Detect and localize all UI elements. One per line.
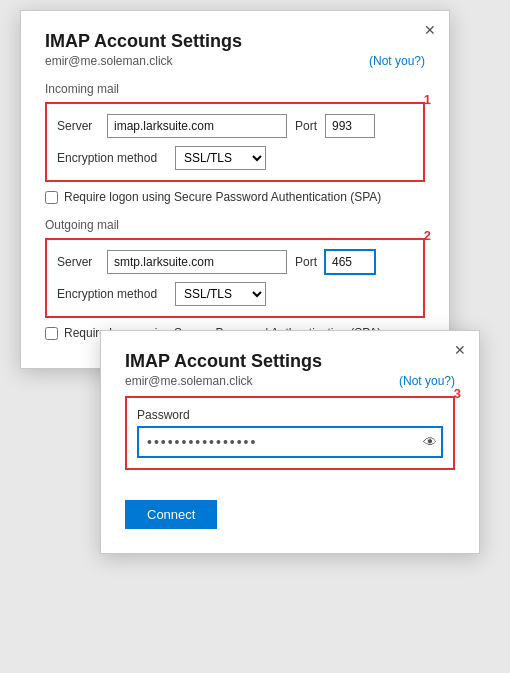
- password-section: 3 Password 👁: [125, 396, 455, 470]
- close-button-2[interactable]: ✕: [449, 339, 471, 361]
- port-label-2: Port: [295, 255, 317, 269]
- incoming-section: 1 Server Port Encryption method SSL/TLS …: [45, 102, 425, 182]
- spa-label-1: Require logon using Secure Password Auth…: [64, 190, 381, 204]
- password-wrapper: 👁: [137, 426, 443, 458]
- not-you-link-2[interactable]: (Not you?): [399, 374, 455, 388]
- encryption-row-1: Encryption method SSL/TLS STARTTLS None: [57, 146, 413, 170]
- dialog-subtitle-2: emir@me.soleman.click (Not you?): [125, 374, 455, 388]
- encryption-row-2: Encryption method SSL/TLS STARTTLS None: [57, 282, 413, 306]
- encryption-select-2[interactable]: SSL/TLS STARTTLS None: [175, 282, 266, 306]
- dialog-title-2: IMAP Account Settings: [125, 351, 455, 372]
- outgoing-section: 2 Server Port Encryption method SSL/TLS …: [45, 238, 425, 318]
- spa-checkbox-2[interactable]: [45, 327, 58, 340]
- dialog-subtitle-1: emir@me.soleman.click (Not you?): [45, 54, 425, 68]
- server-row-2: Server Port: [57, 250, 413, 274]
- spa-checkbox-1[interactable]: [45, 191, 58, 204]
- server-row-1: Server Port: [57, 114, 413, 138]
- dialog-footer: Go back Connect: [125, 500, 455, 529]
- step-badge-2: 2: [424, 228, 431, 243]
- spa-row-1: Require logon using Secure Password Auth…: [45, 190, 425, 204]
- password-input[interactable]: [137, 426, 443, 458]
- port-label-1: Port: [295, 119, 317, 133]
- server-label-2: Server: [57, 255, 99, 269]
- port-input-1[interactable]: [325, 114, 375, 138]
- step-badge-1: 1: [424, 92, 431, 107]
- encryption-label-2: Encryption method: [57, 287, 167, 301]
- close-button-1[interactable]: ✕: [419, 19, 441, 41]
- port-input-2[interactable]: [325, 250, 375, 274]
- step-badge-3: 3: [454, 386, 461, 401]
- incoming-label: Incoming mail: [45, 82, 425, 96]
- not-you-link-1[interactable]: (Not you?): [369, 54, 425, 68]
- encryption-label-1: Encryption method: [57, 151, 167, 165]
- go-back-link-2[interactable]: Go back: [125, 514, 173, 529]
- imap-settings-dialog-2: ✕ IMAP Account Settings emir@me.soleman.…: [100, 330, 480, 554]
- server-label-1: Server: [57, 119, 99, 133]
- server-input-2[interactable]: [107, 250, 287, 274]
- server-input-1[interactable]: [107, 114, 287, 138]
- encryption-select-1[interactable]: SSL/TLS STARTTLS None: [175, 146, 266, 170]
- eye-icon[interactable]: 👁: [423, 434, 437, 450]
- imap-settings-dialog-1: ✕ IMAP Account Settings emir@me.soleman.…: [20, 10, 450, 369]
- dialog-title-1: IMAP Account Settings: [45, 31, 425, 52]
- outgoing-label: Outgoing mail: [45, 218, 425, 232]
- password-label: Password: [137, 408, 443, 422]
